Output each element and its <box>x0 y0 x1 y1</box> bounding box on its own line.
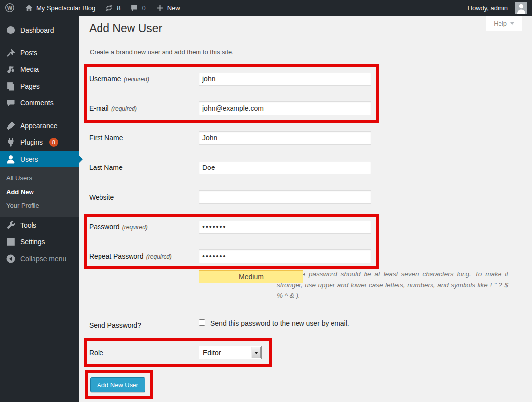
repeat-password-input[interactable] <box>199 249 371 263</box>
add-new-user-button[interactable]: Add New User <box>90 377 145 392</box>
sidebar-item-tools[interactable]: Tools <box>0 217 79 234</box>
page-subtitle: Create a brand new user and add them to … <box>90 48 233 56</box>
menu-separator <box>0 111 79 117</box>
plus-icon <box>156 4 164 12</box>
email-input[interactable] <box>199 101 371 115</box>
wordpress-logo-icon: W <box>5 3 15 13</box>
users-submenu: All Users Add New Your Profile <box>0 168 79 217</box>
sidebar-label: Collapse menu <box>20 255 66 263</box>
updates-link[interactable]: 8 <box>100 0 125 16</box>
last-name-input[interactable] <box>199 161 371 174</box>
paintbrush-icon <box>6 121 16 131</box>
submenu-your-profile[interactable]: Your Profile <box>0 199 79 213</box>
send-password-checkbox-label: Send this password to the new user by em… <box>210 318 349 328</box>
password-row: Password (required) <box>89 220 513 234</box>
admin-bar: W My Spectacular Blog 8 0 New Howdy, adm… <box>0 0 532 16</box>
sidebar-item-settings[interactable]: Settings <box>0 234 79 250</box>
collapse-arrow-icon <box>6 254 16 264</box>
home-icon <box>25 4 33 12</box>
sidebar-item-users[interactable]: Users <box>0 151 79 168</box>
sidebar-label: Pages <box>20 82 40 90</box>
plugin-update-badge: 8 <box>49 138 58 147</box>
comments-link[interactable]: 0 <box>125 0 150 16</box>
sidebar-item-media[interactable]: Media <box>0 61 79 78</box>
first-name-row: First Name <box>89 131 513 145</box>
sidebar-label: Posts <box>20 49 37 57</box>
update-icon <box>105 4 113 12</box>
website-row: Website <box>89 190 513 204</box>
email-label: E-mail <box>89 104 109 112</box>
svg-text:W: W <box>7 5 12 11</box>
admin-sidebar: Dashboard Posts Media Pages Comments <box>0 16 79 402</box>
comment-count: 0 <box>142 4 145 12</box>
new-content-menu[interactable]: New <box>151 0 185 16</box>
website-input[interactable] <box>199 190 371 204</box>
required-note: (required) <box>110 105 137 112</box>
first-name-label: First Name <box>89 134 123 142</box>
first-name-input[interactable] <box>199 131 371 145</box>
role-selected-value: Editor <box>200 349 251 357</box>
password-input[interactable] <box>199 220 371 234</box>
sidebar-label: Media <box>20 66 39 73</box>
sidebar-label: Settings <box>20 238 45 246</box>
my-account-menu[interactable]: Howdy, admin <box>463 0 532 16</box>
help-button[interactable]: Help <box>486 16 522 31</box>
send-password-label: Send Password? <box>89 318 196 332</box>
wrench-icon <box>6 220 16 230</box>
select-dropdown-button[interactable] <box>251 347 261 358</box>
sidebar-item-dashboard[interactable]: Dashboard <box>0 22 79 38</box>
plug-icon <box>6 137 16 147</box>
pushpin-icon <box>6 48 16 58</box>
main-content: Help Add New User Create a brand new use… <box>79 16 532 402</box>
sidebar-label: Comments <box>20 99 54 107</box>
dashboard-icon <box>6 25 16 35</box>
media-icon <box>6 65 16 74</box>
sidebar-label: Dashboard <box>20 26 54 34</box>
menu-separator <box>0 16 79 22</box>
send-password-row: Send Password? Send this password to the… <box>89 318 513 329</box>
sidebar-label: Plugins <box>20 138 43 146</box>
last-name-row: Last Name <box>89 161 513 174</box>
role-select[interactable]: Editor <box>199 346 262 359</box>
role-row: Role Editor <box>89 346 335 359</box>
repeat-password-label: Repeat Password <box>89 252 144 260</box>
chevron-down-icon <box>254 352 258 356</box>
help-label: Help <box>494 20 507 27</box>
password-label: Password <box>89 223 119 231</box>
sidebar-item-appearance[interactable]: Appearance <box>0 117 79 134</box>
sidebar-item-comments[interactable]: Comments <box>0 95 79 111</box>
role-label: Role <box>89 346 196 360</box>
comments-icon <box>6 98 16 108</box>
website-label: Website <box>89 193 114 201</box>
new-label: New <box>167 4 180 12</box>
sidebar-item-posts[interactable]: Posts <box>0 44 79 61</box>
page-title: Add New User <box>89 22 162 35</box>
send-password-checkbox[interactable] <box>199 319 205 326</box>
sidebar-item-plugins[interactable]: Plugins 8 <box>0 134 79 151</box>
username-label: Username <box>89 75 121 83</box>
comment-bubble-icon <box>130 4 138 12</box>
chevron-down-icon <box>510 22 514 27</box>
required-note: (required) <box>145 253 172 260</box>
sidebar-label: Users <box>20 155 38 163</box>
collapse-menu-button[interactable]: Collapse menu <box>0 250 79 267</box>
password-strength-meter: Medium <box>199 270 303 283</box>
submenu-add-new[interactable]: Add New <box>0 185 79 199</box>
menu-separator <box>0 38 79 44</box>
update-count: 8 <box>117 4 120 12</box>
sidebar-label: Appearance <box>20 122 58 130</box>
email-row: E-mail (required) <box>89 101 513 115</box>
wordpress-logo-menu[interactable]: W <box>0 0 20 16</box>
site-name-link[interactable]: My Spectacular Blog <box>20 0 100 16</box>
required-note: (required) <box>122 76 149 83</box>
submenu-all-users[interactable]: All Users <box>0 171 79 185</box>
repeat-password-row: Repeat Password (required) <box>89 249 513 263</box>
last-name-label: Last Name <box>89 164 123 171</box>
sidebar-label: Tools <box>20 221 36 229</box>
required-note: (required) <box>120 224 147 231</box>
sidebar-item-pages[interactable]: Pages <box>0 78 79 95</box>
avatar <box>515 2 527 14</box>
username-input[interactable] <box>199 72 371 86</box>
users-icon <box>6 154 16 164</box>
pages-icon <box>6 81 16 91</box>
